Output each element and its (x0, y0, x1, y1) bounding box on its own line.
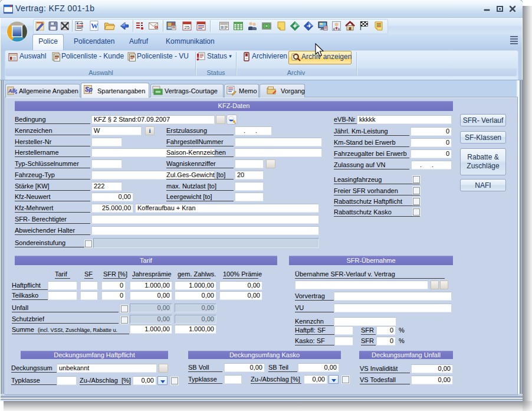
svg-text:Sp: Sp (85, 86, 93, 93)
svg-text:25: 25 (185, 25, 190, 30)
svg-text:Allg: Allg (8, 88, 17, 94)
svg-text:W: W (91, 22, 98, 30)
